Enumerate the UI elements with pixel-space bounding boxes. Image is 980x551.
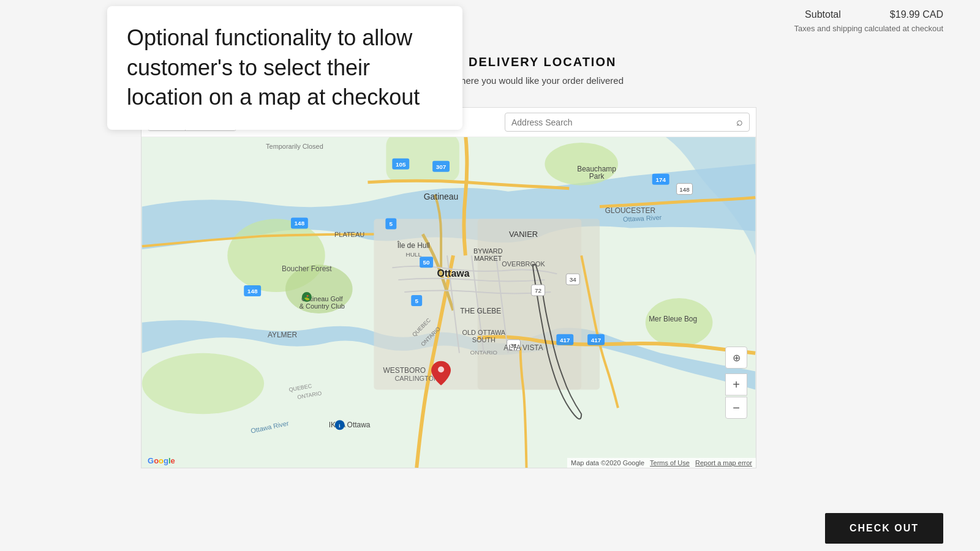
svg-text:ALTA VISTA: ALTA VISTA: [503, 343, 543, 352]
tooltip-text: Optional functionality to allow customer…: [127, 23, 443, 113]
svg-text:AYLMER: AYLMER: [268, 331, 298, 339]
svg-text:OLD OTTAWA: OLD OTTAWA: [462, 329, 505, 336]
svg-text:Île de Hull: Île de Hull: [397, 241, 430, 250]
tooltip-annotation: Optional functionality to allow customer…: [107, 6, 462, 130]
google-logo: Google: [148, 456, 175, 465]
svg-text:Ottawa: Ottawa: [437, 268, 469, 279]
svg-text:72: 72: [535, 287, 542, 294]
address-search-input[interactable]: [511, 118, 736, 127]
subtotal-value: $19.99 CAD: [890, 9, 943, 20]
terms-of-use-link[interactable]: Terms of Use: [650, 459, 690, 467]
svg-text:5: 5: [390, 220, 393, 227]
svg-point-73: [438, 367, 444, 373]
svg-text:5: 5: [415, 298, 418, 304]
svg-text:Boucher Forest: Boucher Forest: [282, 264, 332, 273]
svg-rect-5: [386, 133, 459, 182]
svg-text:417: 417: [560, 337, 570, 343]
map-attribution: Map data ©2020 Google Terms of Use Repor…: [567, 458, 756, 468]
svg-text:OVERBROOK: OVERBROOK: [502, 260, 545, 268]
svg-text:34: 34: [570, 276, 577, 283]
tax-note: Taxes and shipping calculated at checkou…: [794, 24, 943, 33]
svg-text:THE GLEBE: THE GLEBE: [460, 307, 501, 315]
svg-text:HULL: HULL: [405, 251, 421, 258]
svg-text:148: 148: [295, 220, 305, 227]
map-zoom-in-button[interactable]: +: [725, 373, 747, 395]
svg-text:148: 148: [247, 288, 258, 294]
svg-text:174: 174: [655, 176, 666, 183]
svg-point-6: [142, 353, 264, 414]
svg-text:⛳: ⛳: [304, 294, 310, 301]
svg-text:Park: Park: [589, 172, 605, 181]
svg-text:PLATEAU: PLATEAU: [334, 231, 364, 238]
subtotal-row: Subtotal $19.99 CAD: [794, 9, 943, 20]
map-data-text: Map data ©2020 Google: [571, 459, 644, 467]
svg-text:148: 148: [679, 186, 690, 193]
svg-text:50: 50: [423, 259, 431, 266]
map-location-button[interactable]: ⊕: [725, 347, 747, 369]
svg-text:ONTARIO: ONTARIO: [470, 349, 497, 356]
svg-text:MARKET: MARKET: [474, 255, 502, 262]
svg-text:417: 417: [591, 337, 601, 343]
search-icon[interactable]: ⌕: [736, 116, 743, 129]
svg-text:WESTBORO: WESTBORO: [383, 366, 426, 375]
checkout-button[interactable]: CHECK OUT: [825, 513, 943, 544]
svg-text:SOUTH: SOUTH: [472, 336, 496, 343]
svg-text:& Country Club: & Country Club: [300, 302, 345, 310]
svg-text:CARLINGTON: CARLINGTON: [394, 375, 439, 382]
svg-text:Gatineau: Gatineau: [424, 192, 459, 201]
svg-text:ℹ: ℹ: [339, 424, 341, 428]
svg-text:Temporarily Closed: Temporarily Closed: [266, 143, 323, 150]
svg-text:VANIER: VANIER: [509, 230, 538, 239]
svg-text:307: 307: [436, 163, 447, 170]
subtotal-label: Subtotal: [805, 9, 841, 20]
svg-text:BYWARD: BYWARD: [473, 247, 503, 255]
svg-text:Mer Bleue Bog: Mer Bleue Bog: [649, 315, 697, 323]
svg-text:105: 105: [396, 161, 406, 168]
map-container[interactable]: Map Satellite ⌕: [141, 107, 756, 468]
svg-text:GLOUCESTER: GLOUCESTER: [605, 206, 656, 215]
report-map-error-link[interactable]: Report a map error: [695, 459, 752, 467]
map-zoom-out-button[interactable]: −: [725, 397, 747, 419]
map-zoom-controls: ⊕ + −: [725, 347, 747, 419]
map-svg: 105 307 5 5 148 148 174 148 417 417 50 3…: [141, 133, 756, 468]
order-info-panel: Subtotal $19.99 CAD Taxes and shipping c…: [794, 9, 943, 33]
address-search-wrapper[interactable]: ⌕: [505, 113, 750, 132]
